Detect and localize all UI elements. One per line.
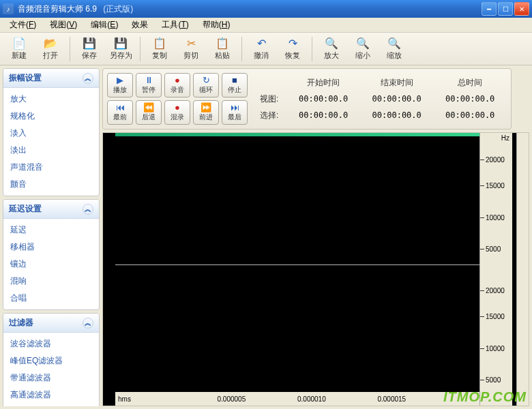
sidebar-item-镶边[interactable]: 镶边 <box>3 256 99 273</box>
maximize-button[interactable]: ☐ <box>498 2 513 16</box>
panel-delay: 延迟设置︽延迟移相器镶边混响合唱 <box>3 199 100 310</box>
sidebar-item-合唱[interactable]: 合唱 <box>3 290 99 307</box>
spec-canvas[interactable] <box>115 137 479 392</box>
sidebar-item-淡出[interactable]: 淡出 <box>3 142 99 159</box>
forward-button[interactable]: ⏩前进 <box>193 100 219 125</box>
content: ▶播放⏸暂停●录音↻循环■停止 ⏮最前⏪后退●混录⏩前进⏭最后 开始时间结束时间… <box>102 68 529 406</box>
back-icon: ⏪ <box>143 103 154 112</box>
sidebar-item-延迟[interactable]: 延迟 <box>3 222 99 239</box>
spec-divider <box>115 264 479 265</box>
window: ♪ 音频混音剪辑大师 6.9 (正式版) ━ ☐ ✕ 文件(F)视图(V)编辑(… <box>0 0 532 409</box>
panel-header-delay[interactable]: 延迟设置︽ <box>3 200 99 219</box>
zoomin-button[interactable]: 🔍放大 <box>316 34 346 64</box>
sidebar-item-高通滤波器[interactable]: 高通滤波器 <box>3 387 99 404</box>
close-button[interactable]: ✕ <box>514 2 529 16</box>
play-button[interactable]: ▶播放 <box>107 73 133 97</box>
sidebar-item-低通滤波器[interactable]: 低通滤波器 <box>3 404 99 406</box>
new-icon: 📄 <box>13 37 25 50</box>
menu-工具[interactable]: 工具(T) <box>155 18 195 32</box>
copy-button[interactable]: 📋复制 <box>145 34 175 64</box>
time-value: 00:00:00.0 <box>292 94 355 104</box>
sidebar-item-声道混音[interactable]: 声道混音 <box>3 159 99 176</box>
spec-ruler-x: hms 0.0000050.0000100.000015 <box>115 392 479 406</box>
time-header: 总时间 <box>439 77 501 89</box>
loop-button[interactable]: ↻循环 <box>193 73 219 97</box>
paste-button[interactable]: 📋粘贴 <box>207 34 237 64</box>
first-button[interactable]: ⏮最前 <box>107 100 133 125</box>
time-value: 00:00:00.0 <box>366 94 428 104</box>
record-icon: ● <box>175 76 180 85</box>
panel-filter: 过滤器︽波谷滤波器峰值EQ滤波器带通滤波器高通滤波器低通滤波器高频提升低频提升 <box>3 313 100 406</box>
undo-button[interactable]: ↶撤消 <box>246 34 276 64</box>
panel-header-amplitude[interactable]: 振幅设置︽ <box>3 69 99 88</box>
menu-文件[interactable]: 文件(F) <box>3 18 43 32</box>
paste-icon: 📋 <box>216 37 228 50</box>
last-button[interactable]: ⏭最后 <box>222 100 248 125</box>
time-value: 00:00:00.0 <box>366 110 428 120</box>
time-value: 00:00:00.0 <box>292 110 355 120</box>
menu-编辑[interactable]: 编辑(E) <box>84 18 125 32</box>
time-value: 00:00:00.0 <box>439 110 501 120</box>
record-button[interactable]: ●录音 <box>164 73 190 97</box>
menu-效果[interactable]: 效果 <box>125 18 155 32</box>
y-tick: 15000 <box>486 313 505 320</box>
chevron-up-icon: ︽ <box>83 318 93 329</box>
menu-视图[interactable]: 视图(V) <box>43 18 84 32</box>
save-button[interactable]: 💾保存 <box>74 34 104 64</box>
y-tick: 20000 <box>486 287 505 294</box>
transport-panel: ▶播放⏸暂停●录音↻循环■停止 ⏮最前⏪后退●混录⏩前进⏭最后 开始时间结束时间… <box>102 68 512 130</box>
time-header: 开始时间 <box>292 77 355 89</box>
menubar: 文件(F)视图(V)编辑(E)效果工具(T)帮助(H) <box>0 18 532 33</box>
sidebar: 振幅设置︽放大规格化淡入淡出声道混音颤音延迟设置︽延迟移相器镶边混响合唱过滤器︽… <box>3 68 100 406</box>
last-icon: ⏭ <box>231 103 239 112</box>
mix-button[interactable]: ●混录 <box>164 100 190 125</box>
spectrogram-area: hms 0.0000050.0000100.000015 Hz 20000150… <box>102 132 529 406</box>
play-icon: ▶ <box>117 76 123 85</box>
saveas-icon: 💾 <box>115 37 127 50</box>
toolbar: 📄新建📂打开💾保存💾另存为📋复制✂剪切📋粘贴↶撤消↷恢复🔍放大🔍缩小🔍缩放 <box>0 33 532 65</box>
minimize-button[interactable]: ━ <box>482 2 497 16</box>
open-button[interactable]: 📂打开 <box>35 34 65 64</box>
zoom-icon: 🔍 <box>388 37 400 50</box>
pause-button[interactable]: ⏸暂停 <box>136 73 162 97</box>
sidebar-item-移相器[interactable]: 移相器 <box>3 239 99 256</box>
sidebar-item-混响[interactable]: 混响 <box>3 273 99 290</box>
y-tick: 15000 <box>486 182 505 190</box>
panel-header-filter[interactable]: 过滤器︽ <box>3 314 99 333</box>
y-tick: 10000 <box>486 344 505 352</box>
time-row-label: 视图: <box>260 93 281 105</box>
cut-button[interactable]: ✂剪切 <box>176 34 206 64</box>
back-button[interactable]: ⏪后退 <box>136 100 162 125</box>
sidebar-item-波谷滤波器[interactable]: 波谷滤波器 <box>3 335 99 352</box>
pause-icon: ⏸ <box>145 76 153 85</box>
sidebar-item-带通滤波器[interactable]: 带通滤波器 <box>3 369 99 387</box>
y-tick: 5000 <box>486 245 501 252</box>
new-button[interactable]: 📄新建 <box>4 34 34 64</box>
redo-icon: ↷ <box>286 37 299 50</box>
time-value: 00:00:00.0 <box>439 94 501 104</box>
stop-icon: ■ <box>232 76 237 85</box>
sidebar-item-规格化[interactable]: 规格化 <box>3 108 99 125</box>
sidebar-item-放大[interactable]: 放大 <box>3 91 99 108</box>
spec-right-gutter <box>516 133 529 406</box>
zoomin-icon: 🔍 <box>325 37 338 50</box>
panel-amplitude: 振幅设置︽放大规格化淡入淡出声道混音颤音 <box>3 68 100 196</box>
menu-帮助[interactable]: 帮助(H) <box>196 18 237 32</box>
redo-button[interactable]: ↷恢复 <box>278 34 308 64</box>
y-tick: 20000 <box>486 156 505 164</box>
sidebar-item-颤音[interactable]: 颤音 <box>3 176 99 193</box>
transport-buttons: ▶播放⏸暂停●录音↻循环■停止 ⏮最前⏪后退●混录⏩前进⏭最后 <box>107 73 248 125</box>
zoomout-button[interactable]: 🔍缩小 <box>348 34 378 64</box>
title-text: 音频混音剪辑大师 6.9 (正式版) <box>18 3 482 15</box>
stop-button[interactable]: ■停止 <box>222 73 248 97</box>
chevron-up-icon: ︽ <box>83 73 93 84</box>
zoom-button[interactable]: 🔍缩放 <box>379 34 409 64</box>
x-unit-label: hms <box>118 395 131 403</box>
copy-icon: 📋 <box>153 37 166 50</box>
chevron-up-icon: ︽ <box>83 204 93 215</box>
loop-icon: ↻ <box>203 76 210 85</box>
sidebar-item-淡入[interactable]: 淡入 <box>3 125 99 142</box>
saveas-button[interactable]: 💾另存为 <box>106 34 136 64</box>
forward-icon: ⏩ <box>201 103 211 112</box>
sidebar-item-峰值EQ滤波器[interactable]: 峰值EQ滤波器 <box>3 352 99 369</box>
